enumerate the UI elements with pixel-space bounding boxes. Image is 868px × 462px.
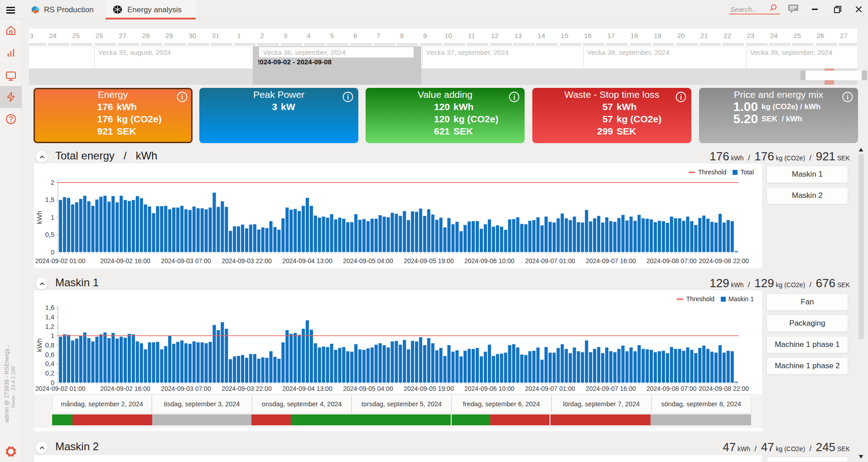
svg-text:2024-09-03 22:00: 2024-09-03 22:00	[222, 257, 272, 265]
svg-text:2024-09-04 13:00: 2024-09-04 13:00	[282, 385, 333, 392]
svg-text:2024-09-05 04:00: 2024-09-05 04:00	[343, 385, 393, 392]
svg-text:2024-09-08 07:00: 2024-09-08 07:00	[646, 385, 697, 392]
svg-text:2024-09-08 22:00: 2024-09-08 22:00	[699, 257, 749, 265]
svg-text:2024-09-04 13:00: 2024-09-04 13:00	[282, 257, 333, 265]
svg-text:2024-09-02 16:00: 2024-09-02 16:00	[100, 257, 150, 265]
svg-text:1,4: 1,4	[45, 313, 54, 321]
svg-text:2024-09-07 01:00: 2024-09-07 01:00	[525, 257, 575, 265]
svg-text:2024-09-07 16:00: 2024-09-07 16:00	[586, 257, 636, 265]
svg-text:2024-09-05 04:00: 2024-09-05 04:00	[343, 257, 393, 265]
svg-text:1,5: 1,5	[45, 196, 54, 203]
svg-text:2024-09-03 22:00: 2024-09-03 22:00	[222, 385, 272, 392]
svg-text:kWh: kWh	[35, 211, 43, 224]
svg-text:0,5: 0,5	[45, 231, 54, 238]
svg-text:2024-09-03 07:00: 2024-09-03 07:00	[161, 257, 211, 265]
svg-text:2024-09-08 07:00: 2024-09-08 07:00	[646, 257, 697, 265]
svg-text:2024-09-07 01:00: 2024-09-07 01:00	[525, 385, 575, 392]
svg-text:2024-09-07 16:00: 2024-09-07 16:00	[586, 385, 636, 392]
svg-text:2: 2	[51, 179, 54, 186]
svg-text:0: 0	[51, 249, 54, 256]
svg-text:2024-09-02 01:00: 2024-09-02 01:00	[35, 385, 86, 392]
svg-text:2024-09-02 01:00: 2024-09-02 01:00	[35, 257, 86, 265]
svg-text:2024-09-06 10:00: 2024-09-06 10:00	[464, 385, 515, 392]
svg-text:1: 1	[51, 332, 54, 339]
svg-text:0,4: 0,4	[45, 360, 54, 367]
svg-text:0,2: 0,2	[45, 370, 54, 377]
svg-text:2024-09-05 19:00: 2024-09-05 19:00	[404, 257, 454, 265]
svg-text:1,2: 1,2	[45, 323, 54, 330]
svg-text:kWh: kWh	[35, 338, 43, 352]
svg-text:2024-09-08 22:00: 2024-09-08 22:00	[699, 385, 749, 392]
svg-text:2024-09-03 07:00: 2024-09-03 07:00	[161, 385, 211, 392]
svg-text:1,6: 1,6	[45, 304, 54, 311]
svg-text:2024-09-05 19:00: 2024-09-05 19:00	[404, 385, 454, 392]
svg-text:2024-09-02 16:00: 2024-09-02 16:00	[100, 385, 150, 392]
svg-text:2024-09-06 10:00: 2024-09-06 10:00	[464, 257, 515, 265]
svg-text:0,6: 0,6	[45, 351, 54, 358]
svg-text:0,8: 0,8	[45, 342, 54, 349]
svg-text:1: 1	[51, 214, 54, 221]
